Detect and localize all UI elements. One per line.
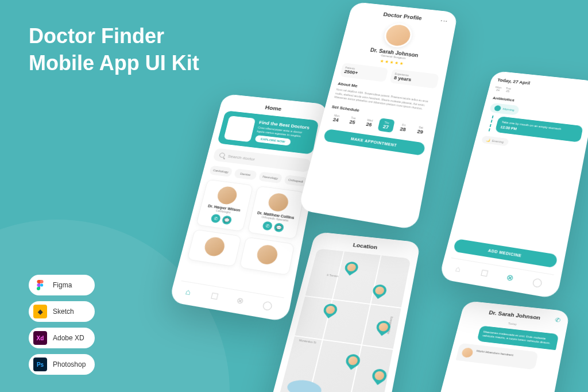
hero-desc: Cras ullamcorper ante a doctor ligula va…	[257, 126, 311, 139]
nav-profile-icon[interactable]: ◯	[261, 299, 276, 313]
about-title: About Me	[337, 81, 435, 98]
call-button[interactable]: ✆	[262, 221, 273, 230]
chat-message-sent: Maecenas malesuada et orci. Duis molesti…	[477, 325, 559, 350]
categories-row: Cardiology Dentist Neurology Orthopedi	[209, 166, 308, 187]
street-label: S Trenton	[327, 274, 339, 278]
explore-button[interactable]: EXPLORE NOW	[254, 135, 291, 146]
today-label: Today	[466, 317, 560, 330]
stat-patients: Patients 2500+	[340, 63, 389, 82]
nav-pill-icon[interactable]: ⊗	[235, 295, 249, 309]
avatar	[461, 347, 474, 358]
nav-chat-icon[interactable]: ☐	[479, 268, 494, 282]
phone-call-icon[interactable]: ✆	[554, 317, 561, 324]
map-pin[interactable]	[370, 367, 389, 385]
screen-profile: Doctor Profile ⋮ Dr. Sarah Johnson Gener…	[298, 2, 458, 230]
map-water	[285, 378, 323, 392]
day-box-selected[interactable]: Thu27	[377, 118, 395, 133]
call-button[interactable]: ✆	[210, 214, 221, 224]
map-pin[interactable]	[342, 260, 360, 276]
morning-badge: Morning	[489, 103, 520, 116]
profile-title: General Surgeon	[346, 50, 442, 64]
category-chip[interactable]: Neurology	[258, 172, 283, 184]
chat-button[interactable]: 💬	[273, 222, 284, 232]
sun-icon	[494, 105, 501, 112]
nav-home-icon[interactable]: ⌂	[184, 287, 198, 300]
medicine-card[interactable]: Take one by mouth on an empty stomach 12…	[495, 116, 583, 143]
chat-button[interactable]: 💬	[222, 215, 233, 225]
screen-medicine: Today, 27 April Mon24 Tue25 Antibiotics …	[439, 71, 588, 299]
about-text: Nunc vel dapibus nibh. Suspendisse poten…	[334, 88, 434, 113]
hero-card[interactable]: Find the Best Doctors Cras ullamcorper a…	[217, 110, 319, 155]
doctor-card[interactable]: Dr. Matthew Collins Orthopedic Specialis…	[247, 186, 305, 239]
category-chip[interactable]: Cardiology	[209, 166, 233, 177]
map-pin[interactable]	[370, 282, 389, 299]
hero-title: Find the Best Doctors	[258, 120, 312, 130]
nav-profile-icon[interactable]: ◯	[531, 276, 546, 290]
date-header: Today, 27 April	[497, 78, 588, 92]
day-box[interactable]: Wed26	[361, 116, 378, 130]
screen-chat: Dr. Sarah Johnson ✆ Today Maecenas males…	[410, 301, 570, 392]
doctor-card[interactable]	[187, 229, 241, 267]
bottom-nav: ⌂ ☐ ⊗ ◯	[177, 280, 284, 315]
doctor-card[interactable]: Dr. Harper Wilson Cardiologist ✆ 💬	[196, 179, 253, 232]
avatar	[256, 244, 279, 266]
profile-avatar	[382, 22, 414, 48]
timeline-day[interactable]: Mon24	[494, 86, 502, 92]
map-pin[interactable]	[321, 301, 339, 318]
day-box[interactable]: Sat29	[412, 122, 430, 137]
menu-icon[interactable]: ⋮	[439, 17, 449, 24]
star-rating: ★★★★★	[345, 55, 441, 71]
avatar	[216, 186, 239, 206]
header-profile: Doctor Profile	[356, 9, 450, 24]
nav-chat-icon[interactable]: ☐	[210, 291, 224, 305]
header-home: Home	[227, 101, 321, 116]
evening-badge: 🌙Evening	[481, 136, 509, 146]
search-input[interactable]: Search doctor	[212, 148, 311, 172]
stat-experience: Experience 8 years	[389, 69, 439, 89]
chat-message-received: Morbi bibendum hendrerit	[456, 343, 539, 370]
chat-header-name: Dr. Sarah Johnson	[468, 308, 562, 323]
nav-pill-icon[interactable]: ⊗	[505, 272, 519, 286]
timeline-day[interactable]: Tue25	[505, 87, 512, 93]
search-icon	[219, 152, 225, 158]
medicine-section-title: Antibiotics	[492, 96, 587, 111]
doctor-card[interactable]	[239, 237, 295, 275]
search-placeholder: Search doctor	[227, 153, 255, 161]
street-label: Montanitou St	[299, 339, 316, 344]
nav-home-icon[interactable]: ⌂	[454, 264, 468, 277]
day-box[interactable]: Mon24	[327, 111, 345, 125]
day-box[interactable]: Fri28	[394, 120, 412, 135]
category-chip[interactable]: Dentist	[234, 168, 257, 180]
hero-image	[223, 116, 256, 142]
avatar	[267, 192, 290, 212]
profile-name: Dr. Sarah Johnson	[347, 45, 443, 62]
header-location: Location	[319, 239, 413, 254]
day-box[interactable]: Tue25	[344, 113, 361, 128]
avatar	[203, 236, 226, 258]
